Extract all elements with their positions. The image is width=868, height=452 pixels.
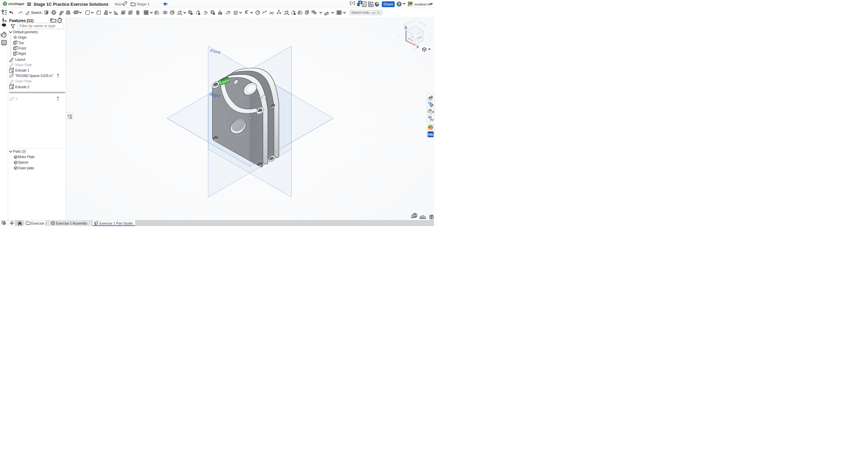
svg-text:4: 4 <box>359 1 361 4</box>
svg-text:c: c <box>380 11 381 14</box>
svg-text:Exercise 1 Part Studio: Exercise 1 Part Studio <box>99 222 133 225</box>
svg-text:(x): (x) <box>270 11 274 15</box>
svg-text:Sketch: Sketch <box>31 11 42 15</box>
svg-text:Stage 1C Practice Exercise Sol: Stage 1C Practice Exercise Solutions <box>34 2 108 7</box>
svg-text:Z: Z <box>405 26 407 30</box>
svg-text:MK: MK <box>428 133 433 136</box>
svg-text:Exercise 1: Exercise 1 <box>31 222 47 225</box>
svg-text:Search tools...: Search tools... <box>351 11 372 14</box>
svg-text:Main: Main <box>115 2 122 6</box>
svg-text:onshape: onshape <box>8 2 24 6</box>
svg-text:alt/⌥: alt/⌥ <box>372 11 379 14</box>
svg-text:Exercise 1 Assembly: Exercise 1 Assembly <box>56 222 87 225</box>
svg-text:Stage 1: Stage 1 <box>137 2 150 6</box>
svg-text:Jonathan Mi: Jonathan Mi <box>414 2 431 6</box>
svg-text:X: X <box>416 45 419 49</box>
svg-text:?: ? <box>398 2 400 6</box>
svg-text:(x): (x) <box>430 118 434 121</box>
